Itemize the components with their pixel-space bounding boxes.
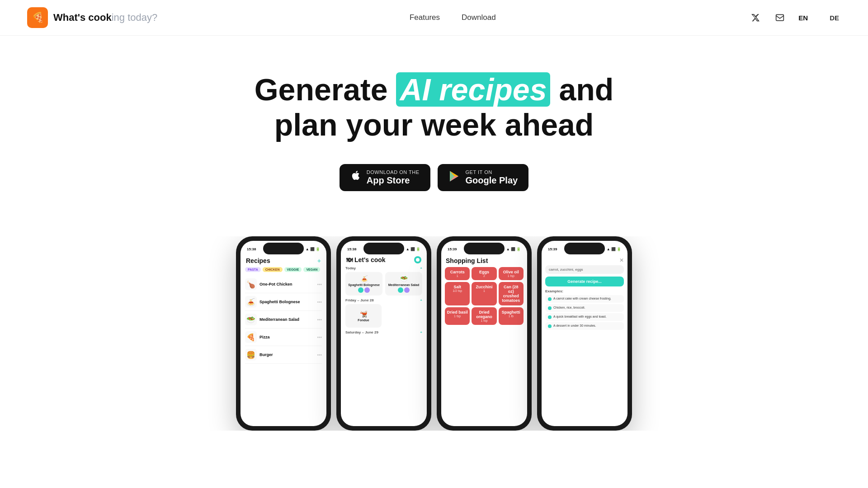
phone-notch-3 bbox=[464, 243, 505, 254]
app-store-button[interactable]: Download on the App Store bbox=[340, 164, 430, 191]
status-icons-3: ▲ ⬛ 🔋 bbox=[506, 247, 521, 251]
saturday-section: Saturday – June 29 + bbox=[345, 330, 422, 334]
status-icons-4: ▲ ⬛ 🔋 bbox=[607, 247, 621, 251]
hero-section: Generate AI recipes and plan your week a… bbox=[0, 36, 868, 236]
shopping-item[interactable]: Zucchini 1 bbox=[472, 282, 496, 305]
today-add[interactable]: + bbox=[420, 266, 422, 270]
recipes-add[interactable]: + bbox=[317, 257, 321, 264]
google-play-icon bbox=[448, 170, 460, 185]
header-right: EN DE bbox=[748, 10, 841, 25]
nav-download[interactable]: Download bbox=[462, 13, 496, 22]
ai-close-btn[interactable]: ✕ bbox=[545, 257, 624, 263]
lang-de[interactable]: DE bbox=[828, 13, 841, 23]
nav-features[interactable]: Features bbox=[410, 13, 440, 22]
shopping-item[interactable]: Carrots 1 bbox=[445, 267, 470, 280]
app-store-subtitle: Download on the bbox=[367, 169, 420, 175]
filter-tags: PASTA CHICKEN VEGGIE VEGAN bbox=[245, 267, 322, 272]
phone-recipes: 15:38 ▲ ⬛ 🔋 Recipes + PASTA CHICKEN VEGG… bbox=[236, 236, 331, 431]
ai-highlight: AI recipes bbox=[396, 72, 550, 107]
shopping-grid: Carrots 1 Eggs 2 Olive oil 1 tsp Salt 1/… bbox=[445, 267, 524, 325]
google-play-button[interactable]: GET IT ON Google Play bbox=[438, 164, 529, 191]
ai-examples-label: Examples: bbox=[545, 289, 624, 293]
meal-card[interactable]: 🍝 Spaghetti Bolognese bbox=[345, 272, 382, 296]
status-time-2: 15:38 bbox=[347, 247, 356, 251]
shopping-item[interactable]: Spaghetti 1 lb bbox=[499, 307, 524, 325]
recipes-title: Recipes bbox=[246, 257, 270, 264]
logo-icon: 🍕 bbox=[27, 7, 48, 28]
download-buttons-area: Download on the App Store GET IT ON Goog… bbox=[9, 164, 859, 191]
phone-notch-4 bbox=[564, 243, 605, 254]
recipe-item[interactable]: 🍗 One-Pot Chicken ••• bbox=[245, 276, 322, 293]
mail-icon[interactable] bbox=[772, 10, 788, 25]
recipe-item[interactable]: 🍝 Spaghetti Bolognese ••• bbox=[245, 293, 322, 311]
status-time-3: 15:39 bbox=[448, 247, 457, 251]
status-icons-1: ▲ ⬛ 🔋 bbox=[306, 247, 320, 251]
tag-pasta[interactable]: PASTA bbox=[245, 267, 261, 272]
meal-card[interactable]: 🥗 Mediterranean Salad bbox=[385, 272, 422, 296]
svg-rect-0 bbox=[776, 14, 784, 20]
meal-card-fondue[interactable]: 🫕 Fondue bbox=[345, 304, 382, 328]
ai-input[interactable]: carrot, zucchini, eggs bbox=[545, 265, 624, 274]
status-time-4: 15:39 bbox=[548, 247, 557, 251]
google-play-title: Google Play bbox=[466, 175, 518, 186]
saturday-add[interactable]: + bbox=[420, 330, 422, 334]
ai-example-item[interactable]: A carrot cake with cream cheese frosting… bbox=[545, 295, 624, 303]
friday-section: Friday – June 28 + 🫕 Fondue bbox=[345, 298, 422, 328]
ai-example-item[interactable]: Chicken, rice, broccoli. bbox=[545, 304, 624, 312]
phone-ai-generate: 15:39 ▲ ⬛ 🔋 ✕ carrot, zucchini, eggs Gen… bbox=[537, 236, 632, 431]
friday-label: Friday – June 28 bbox=[345, 298, 374, 302]
recipe-item[interactable]: 🍔 Burger ••• bbox=[245, 346, 322, 364]
google-play-subtitle: GET IT ON bbox=[466, 169, 518, 175]
phone-meal-plan: 15:38 ▲ ⬛ 🔋 🍽 Let's cook Today + bbox=[336, 236, 431, 431]
app-store-title: App Store bbox=[367, 175, 420, 186]
today-section: Today + 🍝 Spaghetti Bolognese bbox=[345, 266, 422, 296]
tag-veggie[interactable]: VEGGIE bbox=[284, 267, 302, 272]
today-label: Today bbox=[345, 266, 356, 270]
logo[interactable]: 🍕 What's cooking today? bbox=[27, 7, 157, 28]
shopping-item[interactable]: Salt 1/2 tsp bbox=[445, 282, 470, 305]
twitter-icon[interactable] bbox=[748, 10, 763, 25]
phone-shopping: 15:39 ▲ ⬛ 🔋 Shopping List Carrots 1 Eggs… bbox=[437, 236, 532, 431]
friday-add[interactable]: + bbox=[420, 298, 422, 302]
recipe-list: 🍗 One-Pot Chicken ••• 🍝 Spaghetti Bologn… bbox=[245, 276, 322, 364]
phone-notch-2 bbox=[363, 243, 404, 254]
ai-generate-button[interactable]: Generate recipe... bbox=[545, 277, 624, 286]
lang-en[interactable]: EN bbox=[797, 13, 810, 23]
shopping-item[interactable]: Dried oregano 1 tsp bbox=[472, 307, 496, 325]
main-nav: Features Download bbox=[410, 13, 496, 22]
shopping-item[interactable]: Eggs 2 bbox=[472, 267, 496, 280]
ai-example-item[interactable]: A quick breakfast with eggs and toast. bbox=[545, 313, 624, 321]
shopping-title: Shopping List bbox=[446, 257, 488, 264]
toggle-btn[interactable] bbox=[414, 256, 421, 263]
status-time-1: 15:38 bbox=[247, 247, 256, 251]
ai-example-item[interactable]: A dessert in under 30 minutes. bbox=[545, 322, 624, 330]
shopping-item[interactable]: Can (28 oz) crushed tomatoes bbox=[499, 282, 524, 305]
saturday-label: Saturday – June 29 bbox=[345, 330, 378, 334]
phone-notch-1 bbox=[263, 243, 304, 254]
meal-plan-title: 🍽 Let's cook bbox=[346, 256, 386, 263]
logo-text: What's cooking today? bbox=[53, 12, 157, 23]
shopping-item[interactable]: Dried basil 1 tsp bbox=[445, 307, 470, 325]
recipe-item[interactable]: 🍕 Pizza ••• bbox=[245, 328, 322, 346]
tag-chicken[interactable]: CHICKEN bbox=[263, 267, 283, 272]
recipe-item[interactable]: 🥗 Mediterranean Salad ••• bbox=[245, 311, 322, 328]
status-icons-2: ▲ ⬛ 🔋 bbox=[406, 247, 420, 251]
tag-vegan[interactable]: VEGAN bbox=[303, 267, 320, 272]
apple-icon bbox=[350, 170, 361, 186]
shopping-item[interactable]: Olive oil 1 tsp bbox=[499, 267, 524, 280]
site-header: 🍕 What's cooking today? Features Downloa… bbox=[0, 0, 868, 36]
phone-mockups-section: 15:38 ▲ ⬛ 🔋 Recipes + PASTA CHICKEN VEGG… bbox=[163, 236, 705, 431]
hero-title: Generate AI recipes and plan your week a… bbox=[9, 72, 859, 142]
